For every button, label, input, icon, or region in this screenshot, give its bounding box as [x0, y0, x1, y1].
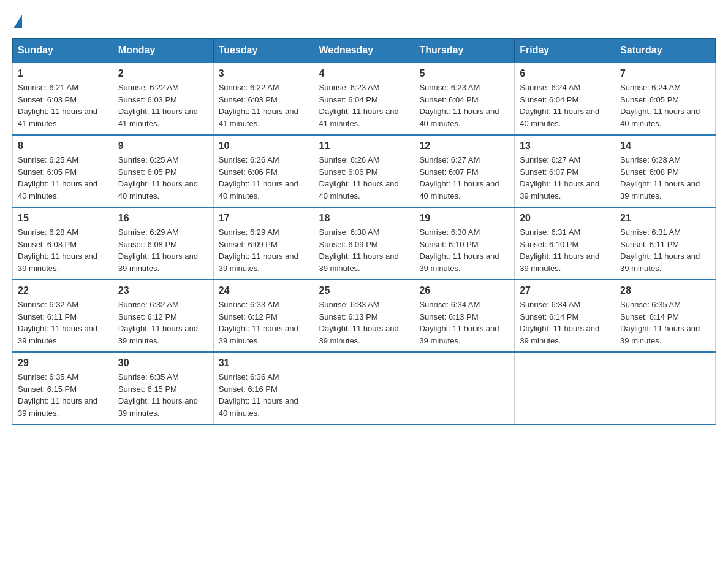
week-row-2: 8 Sunrise: 6:25 AM Sunset: 6:05 PM Dayli…	[13, 135, 716, 207]
day-number: 6	[520, 68, 610, 79]
calendar-cell: 9 Sunrise: 6:25 AM Sunset: 6:05 PM Dayli…	[113, 135, 213, 207]
header-monday: Monday	[113, 39, 213, 63]
calendar-cell: 22 Sunrise: 6:32 AM Sunset: 6:11 PM Dayl…	[13, 280, 113, 352]
day-info: Sunrise: 6:30 AM Sunset: 6:10 PM Dayligh…	[419, 226, 509, 274]
day-number: 17	[219, 213, 309, 224]
day-info: Sunrise: 6:21 AM Sunset: 6:03 PM Dayligh…	[18, 82, 108, 129]
day-number: 4	[319, 68, 409, 79]
calendar-cell: 13 Sunrise: 6:27 AM Sunset: 6:07 PM Dayl…	[515, 135, 615, 207]
calendar-cell: 28 Sunrise: 6:35 AM Sunset: 6:14 PM Dayl…	[615, 280, 716, 352]
week-row-3: 15 Sunrise: 6:28 AM Sunset: 6:08 PM Dayl…	[13, 207, 716, 280]
day-number: 18	[319, 213, 409, 224]
day-info: Sunrise: 6:31 AM Sunset: 6:11 PM Dayligh…	[620, 226, 710, 274]
header-thursday: Thursday	[414, 39, 515, 63]
day-info: Sunrise: 6:35 AM Sunset: 6:15 PM Dayligh…	[18, 371, 108, 419]
day-number: 1	[18, 68, 108, 79]
day-number: 30	[118, 358, 208, 369]
day-number: 9	[118, 140, 208, 151]
day-info: Sunrise: 6:32 AM Sunset: 6:12 PM Dayligh…	[118, 299, 208, 347]
calendar-cell	[615, 352, 716, 424]
day-number: 16	[118, 213, 208, 224]
calendar-cell: 17 Sunrise: 6:29 AM Sunset: 6:09 PM Dayl…	[213, 207, 314, 280]
header-tuesday: Tuesday	[213, 39, 314, 63]
calendar-cell: 3 Sunrise: 6:22 AM Sunset: 6:03 PM Dayli…	[213, 63, 314, 135]
calendar-cell	[414, 352, 515, 424]
day-info: Sunrise: 6:31 AM Sunset: 6:10 PM Dayligh…	[520, 226, 610, 274]
day-number: 5	[419, 68, 509, 79]
calendar-cell: 11 Sunrise: 6:26 AM Sunset: 6:06 PM Dayl…	[314, 135, 414, 207]
header-sunday: Sunday	[13, 39, 113, 63]
calendar-cell: 7 Sunrise: 6:24 AM Sunset: 6:05 PM Dayli…	[615, 63, 716, 135]
day-info: Sunrise: 6:26 AM Sunset: 6:06 PM Dayligh…	[319, 154, 409, 202]
calendar-cell	[515, 352, 615, 424]
week-row-5: 29 Sunrise: 6:35 AM Sunset: 6:15 PM Dayl…	[13, 352, 716, 424]
calendar-cell: 29 Sunrise: 6:35 AM Sunset: 6:15 PM Dayl…	[13, 352, 113, 424]
day-number: 11	[319, 140, 409, 151]
header-wednesday: Wednesday	[314, 39, 414, 63]
day-info: Sunrise: 6:34 AM Sunset: 6:13 PM Dayligh…	[419, 299, 509, 347]
day-info: Sunrise: 6:23 AM Sunset: 6:04 PM Dayligh…	[419, 82, 509, 129]
calendar-cell: 26 Sunrise: 6:34 AM Sunset: 6:13 PM Dayl…	[414, 280, 515, 352]
day-number: 8	[18, 140, 108, 151]
day-number: 23	[118, 285, 208, 296]
calendar-table: SundayMondayTuesdayWednesdayThursdayFrid…	[12, 38, 716, 425]
day-number: 7	[620, 68, 710, 79]
day-info: Sunrise: 6:36 AM Sunset: 6:16 PM Dayligh…	[219, 371, 309, 419]
day-number: 31	[219, 358, 309, 369]
day-info: Sunrise: 6:22 AM Sunset: 6:03 PM Dayligh…	[118, 82, 208, 129]
day-info: Sunrise: 6:28 AM Sunset: 6:08 PM Dayligh…	[620, 154, 710, 202]
calendar-cell: 4 Sunrise: 6:23 AM Sunset: 6:04 PM Dayli…	[314, 63, 414, 135]
calendar-cell: 15 Sunrise: 6:28 AM Sunset: 6:08 PM Dayl…	[13, 207, 113, 280]
calendar-cell: 2 Sunrise: 6:22 AM Sunset: 6:03 PM Dayli…	[113, 63, 213, 135]
day-number: 14	[620, 140, 710, 151]
day-number: 19	[419, 213, 509, 224]
day-number: 27	[520, 285, 610, 296]
calendar-cell: 27 Sunrise: 6:34 AM Sunset: 6:14 PM Dayl…	[515, 280, 615, 352]
calendar-cell: 24 Sunrise: 6:33 AM Sunset: 6:12 PM Dayl…	[213, 280, 314, 352]
calendar-cell: 14 Sunrise: 6:28 AM Sunset: 6:08 PM Dayl…	[615, 135, 716, 207]
day-number: 26	[419, 285, 509, 296]
day-info: Sunrise: 6:25 AM Sunset: 6:05 PM Dayligh…	[18, 154, 108, 202]
calendar-header-row: SundayMondayTuesdayWednesdayThursdayFrid…	[13, 39, 716, 63]
day-info: Sunrise: 6:27 AM Sunset: 6:07 PM Dayligh…	[419, 154, 509, 202]
calendar-cell: 6 Sunrise: 6:24 AM Sunset: 6:04 PM Dayli…	[515, 63, 615, 135]
day-number: 10	[219, 140, 309, 151]
day-info: Sunrise: 6:29 AM Sunset: 6:09 PM Dayligh…	[219, 226, 309, 274]
logo-triangle-icon	[13, 15, 22, 28]
day-info: Sunrise: 6:35 AM Sunset: 6:15 PM Dayligh…	[118, 371, 208, 419]
day-info: Sunrise: 6:33 AM Sunset: 6:12 PM Dayligh…	[219, 299, 309, 347]
day-number: 2	[118, 68, 208, 79]
day-number: 20	[520, 213, 610, 224]
calendar-cell: 21 Sunrise: 6:31 AM Sunset: 6:11 PM Dayl…	[615, 207, 716, 280]
calendar-cell: 23 Sunrise: 6:32 AM Sunset: 6:12 PM Dayl…	[113, 280, 213, 352]
day-number: 22	[18, 285, 108, 296]
day-number: 12	[419, 140, 509, 151]
header-friday: Friday	[515, 39, 615, 63]
day-info: Sunrise: 6:22 AM Sunset: 6:03 PM Dayligh…	[219, 82, 309, 129]
day-info: Sunrise: 6:29 AM Sunset: 6:08 PM Dayligh…	[118, 226, 208, 274]
header-saturday: Saturday	[615, 39, 716, 63]
calendar-cell	[314, 352, 414, 424]
day-number: 29	[18, 358, 108, 369]
day-number: 24	[219, 285, 309, 296]
week-row-4: 22 Sunrise: 6:32 AM Sunset: 6:11 PM Dayl…	[13, 280, 716, 352]
calendar-cell: 12 Sunrise: 6:27 AM Sunset: 6:07 PM Dayl…	[414, 135, 515, 207]
logo	[12, 12, 22, 26]
calendar-cell: 5 Sunrise: 6:23 AM Sunset: 6:04 PM Dayli…	[414, 63, 515, 135]
day-number: 25	[319, 285, 409, 296]
calendar-cell: 25 Sunrise: 6:33 AM Sunset: 6:13 PM Dayl…	[314, 280, 414, 352]
calendar-cell: 1 Sunrise: 6:21 AM Sunset: 6:03 PM Dayli…	[13, 63, 113, 135]
day-info: Sunrise: 6:27 AM Sunset: 6:07 PM Dayligh…	[520, 154, 610, 202]
day-number: 15	[18, 213, 108, 224]
calendar-cell: 8 Sunrise: 6:25 AM Sunset: 6:05 PM Dayli…	[13, 135, 113, 207]
calendar-cell: 10 Sunrise: 6:26 AM Sunset: 6:06 PM Dayl…	[213, 135, 314, 207]
day-info: Sunrise: 6:33 AM Sunset: 6:13 PM Dayligh…	[319, 299, 409, 347]
calendar-cell: 30 Sunrise: 6:35 AM Sunset: 6:15 PM Dayl…	[113, 352, 213, 424]
day-info: Sunrise: 6:32 AM Sunset: 6:11 PM Dayligh…	[18, 299, 108, 347]
day-info: Sunrise: 6:34 AM Sunset: 6:14 PM Dayligh…	[520, 299, 610, 347]
calendar-cell: 31 Sunrise: 6:36 AM Sunset: 6:16 PM Dayl…	[213, 352, 314, 424]
week-row-1: 1 Sunrise: 6:21 AM Sunset: 6:03 PM Dayli…	[13, 63, 716, 135]
day-number: 28	[620, 285, 710, 296]
calendar-cell: 16 Sunrise: 6:29 AM Sunset: 6:08 PM Dayl…	[113, 207, 213, 280]
day-info: Sunrise: 6:28 AM Sunset: 6:08 PM Dayligh…	[18, 226, 108, 274]
